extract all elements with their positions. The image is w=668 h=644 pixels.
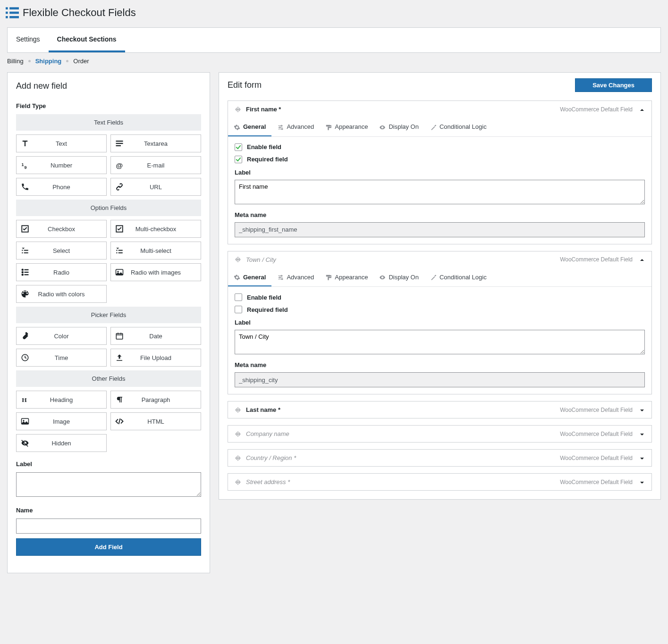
svg-point-28 xyxy=(279,126,280,127)
field-tab-advanced[interactable]: Advanced xyxy=(271,117,320,136)
chevron-down-icon[interactable] xyxy=(639,430,645,437)
drag-handle-icon[interactable] xyxy=(235,479,241,485)
chevron-down-icon[interactable] xyxy=(639,454,645,461)
svg-rect-0 xyxy=(6,7,8,9)
field-label-input[interactable]: First name xyxy=(235,180,645,204)
fieldtype-heading[interactable]: HHeading xyxy=(16,391,107,409)
subnav-order[interactable]: Order xyxy=(73,58,89,65)
field-settings-tabs: General Advanced Appearance Display On C… xyxy=(228,117,651,137)
chevron-down-icon[interactable] xyxy=(639,406,645,413)
field-tab-appearance[interactable]: Appearance xyxy=(320,268,373,287)
field-tab-conditional[interactable]: Conditional Logic xyxy=(424,117,492,136)
field-tab-general[interactable]: General xyxy=(228,268,271,287)
cat-option-fields: Option Fields xyxy=(16,200,201,216)
fieldtype-date[interactable]: Date xyxy=(110,327,201,345)
field-tab-advanced[interactable]: Advanced xyxy=(271,268,320,287)
add-field-title: Add new field xyxy=(8,73,210,93)
required-field-checkbox[interactable]: Required field xyxy=(235,156,645,163)
field-tab-conditional[interactable]: Conditional Logic xyxy=(424,268,492,287)
add-field-button[interactable]: Add Field xyxy=(16,538,201,556)
save-changes-button[interactable]: Save Changes xyxy=(575,78,652,92)
fieldtype-checkbox[interactable]: Checkbox xyxy=(16,220,107,238)
field-card: Company name WooCommerce Default Field xyxy=(228,425,652,443)
fieldtype-select[interactable]: Select xyxy=(16,242,107,259)
svg-point-32 xyxy=(281,275,282,276)
wand-icon xyxy=(430,123,437,131)
field-card: Street address * WooCommerce Default Fie… xyxy=(228,473,652,491)
fieldtype-multi-checkbox[interactable]: Multi-checkbox xyxy=(110,220,201,238)
cat-other-fields: Other Fields xyxy=(16,370,201,387)
field-label-input[interactable]: Town / City xyxy=(235,330,645,354)
svg-rect-35 xyxy=(326,275,330,277)
cat-text-fields: Text Fields xyxy=(16,114,201,131)
field-type-label: Field Type xyxy=(16,102,201,109)
svg-rect-4 xyxy=(6,16,8,18)
fieldtype-color[interactable]: Color xyxy=(16,327,107,345)
field-card-title: Country / Region * xyxy=(246,454,296,461)
subnav-shipping[interactable]: Shipping xyxy=(35,58,62,65)
field-tab-appearance[interactable]: Appearance xyxy=(320,117,373,136)
field-meta-label: Meta name xyxy=(235,361,645,368)
label-input[interactable] xyxy=(16,472,201,497)
chevron-up-icon[interactable] xyxy=(639,256,645,263)
svg-rect-3 xyxy=(9,12,19,14)
fieldtype-textarea[interactable]: Textarea xyxy=(110,134,201,152)
required-field-checkbox[interactable]: Required field xyxy=(235,306,645,313)
subnav-billing[interactable]: Billing xyxy=(7,58,24,65)
default-field-badge: WooCommerce Default Field xyxy=(560,479,633,485)
field-card-header[interactable]: Town / City WooCommerce Default Field xyxy=(228,251,651,268)
drag-handle-icon[interactable] xyxy=(235,256,241,263)
field-card-header[interactable]: First name * WooCommerce Default Field xyxy=(228,101,651,117)
name-input[interactable] xyxy=(16,519,201,534)
field-card-header[interactable]: Last name * WooCommerce Default Field xyxy=(228,401,651,418)
drag-handle-icon[interactable] xyxy=(235,407,241,413)
tab-checkout-sections[interactable]: Checkout Sections xyxy=(49,28,125,52)
fieldtype-email[interactable]: @E-mail xyxy=(110,156,201,174)
fieldtype-radio-images[interactable]: Radio with images xyxy=(110,263,201,281)
fieldtype-paragraph[interactable]: Paragraph xyxy=(110,391,201,409)
field-card-header[interactable]: Country / Region * WooCommerce Default F… xyxy=(228,450,651,466)
field-card-header[interactable]: Company name WooCommerce Default Field xyxy=(228,426,651,442)
enable-field-checkbox[interactable]: Enable field xyxy=(235,293,645,301)
field-meta-input xyxy=(235,222,645,237)
svg-text:9: 9 xyxy=(25,165,27,170)
fieldtype-text[interactable]: Text xyxy=(16,134,107,152)
field-card-header[interactable]: Street address * WooCommerce Default Fie… xyxy=(228,474,651,490)
enable-field-checkbox[interactable]: Enable field xyxy=(235,143,645,151)
drag-handle-icon[interactable] xyxy=(235,431,241,437)
svg-point-27 xyxy=(281,125,282,126)
field-card-title: Street address * xyxy=(246,478,290,485)
chevron-down-icon[interactable] xyxy=(639,478,645,485)
eye-icon xyxy=(379,123,386,131)
tab-settings[interactable]: Settings xyxy=(8,28,49,52)
fieldtype-time[interactable]: Time xyxy=(16,349,107,367)
drag-handle-icon[interactable] xyxy=(235,106,241,113)
fieldtype-phone[interactable]: Phone xyxy=(16,178,107,196)
add-field-panel: Add new field Field Type Text Fields Tex… xyxy=(7,72,210,573)
field-label-label: Label xyxy=(235,319,645,326)
fieldtype-multi-select[interactable]: Multi-select xyxy=(110,242,201,259)
svg-rect-31 xyxy=(328,128,329,130)
fieldtype-image[interactable]: Image xyxy=(16,412,107,430)
svg-point-18 xyxy=(22,274,24,276)
wand-icon xyxy=(430,274,437,281)
fieldtype-html[interactable]: HTML xyxy=(110,412,201,430)
default-field-badge: WooCommerce Default Field xyxy=(560,106,633,113)
fieldtype-radio[interactable]: Radio xyxy=(16,263,107,281)
drag-handle-icon[interactable] xyxy=(235,455,241,461)
svg-text:H: H xyxy=(22,396,27,403)
field-tab-display-on[interactable]: Display On xyxy=(373,117,424,136)
fieldtype-url[interactable]: URL xyxy=(110,178,201,196)
fieldtype-number[interactable]: 19Number xyxy=(16,156,107,174)
chevron-up-icon[interactable] xyxy=(639,106,645,113)
gear-icon xyxy=(234,123,240,131)
field-meta-label: Meta name xyxy=(235,211,645,218)
fieldtype-file[interactable]: File Upload xyxy=(110,349,201,367)
fieldtype-radio-colors[interactable]: Radio with colors xyxy=(16,285,107,303)
field-tab-display-on[interactable]: Display On xyxy=(373,268,424,287)
menu-list-icon xyxy=(6,7,19,18)
field-tab-general[interactable]: General xyxy=(228,117,271,136)
sliders-icon xyxy=(277,274,284,281)
svg-rect-17 xyxy=(25,272,29,273)
fieldtype-hidden[interactable]: Hidden xyxy=(16,434,107,452)
